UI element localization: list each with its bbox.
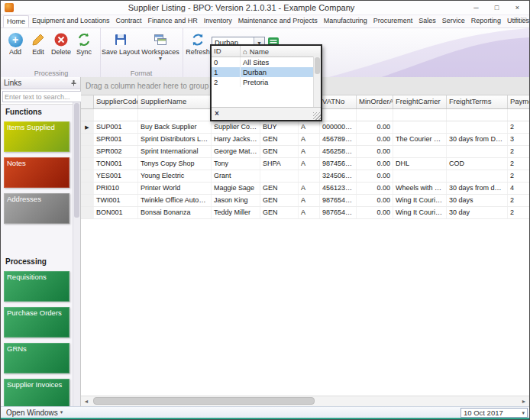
app-window: Supplier Listing - BPO: Version 2.1.0.31… bbox=[0, 0, 530, 420]
clear-selection-button[interactable]: × bbox=[215, 108, 219, 119]
cell: GEN bbox=[260, 183, 299, 194]
filter-cell[interactable] bbox=[357, 109, 393, 121]
pin-icon[interactable] bbox=[70, 79, 77, 86]
maximize-button[interactable]: □ bbox=[486, 1, 507, 15]
cell: Wing It Couriers bbox=[393, 195, 447, 206]
table-row[interactable]: BON001Bonsai BonanzaTeddy MillerGENA9876… bbox=[81, 207, 529, 219]
edit-button[interactable]: Edit bbox=[27, 31, 50, 57]
tab-sales[interactable]: Sales bbox=[415, 15, 439, 27]
tab-manufacturing[interactable]: Manufacturing bbox=[321, 15, 370, 27]
cell: 2 bbox=[508, 158, 529, 170]
column-header-freightterms[interactable]: FreightTerms bbox=[447, 95, 508, 108]
tab-equipment-and-locations[interactable]: Equipment and Locations bbox=[29, 15, 113, 27]
close-button[interactable]: × bbox=[507, 1, 528, 15]
tab-maintenance-and-projects[interactable]: Maintenance and Projects bbox=[235, 15, 321, 27]
tile-notes[interactable]: Notes bbox=[4, 157, 69, 188]
sync-button[interactable]: Sync bbox=[73, 31, 95, 57]
table-row[interactable]: PRI010Printer WorldMaggie SageGENA456123… bbox=[81, 183, 529, 195]
filter-cell[interactable] bbox=[447, 109, 508, 121]
horizontal-scrollbar[interactable]: ◄ ► bbox=[81, 396, 529, 406]
tab-inventory[interactable]: Inventory bbox=[201, 15, 235, 27]
table-row[interactable]: SPR002Sprint InternationalGeorge Matthew… bbox=[81, 146, 529, 158]
tab-finance-and-hr[interactable]: Finance and HR bbox=[145, 15, 201, 27]
save-icon bbox=[112, 31, 129, 48]
open-windows-button[interactable]: Open Windows ▾ bbox=[1, 409, 68, 417]
delete-button[interactable]: Delete bbox=[50, 31, 73, 57]
column-header-suppliername[interactable]: SupplierName bbox=[138, 95, 212, 108]
column-header-freightcarrier[interactable]: FreightCarrier bbox=[393, 95, 447, 108]
cell: 30 day bbox=[447, 207, 508, 218]
cell: 0.00 bbox=[357, 207, 393, 218]
tile-purchase-orders[interactable]: Purchase Orders bbox=[4, 307, 69, 338]
column-header-vatno[interactable]: VATNo bbox=[320, 95, 357, 108]
refresh-button[interactable]: Refresh bbox=[184, 31, 212, 57]
cell: 0000000000 bbox=[320, 121, 357, 133]
site-dropdown-rows: 0All Sites1Durban2Pretoria bbox=[212, 57, 314, 87]
scroll-right-icon[interactable]: ► bbox=[519, 396, 529, 406]
table-row[interactable]: TWI001Twinkle Office AutomationJason Kin… bbox=[81, 195, 529, 207]
row-indicator-cell bbox=[81, 183, 94, 194]
scrollbar-thumb[interactable] bbox=[93, 397, 315, 405]
sync-icon bbox=[76, 31, 92, 48]
sidebar-scrollbar-thumb[interactable] bbox=[74, 103, 79, 218]
mdi-minimize-icon[interactable]: ─ bbox=[513, 16, 518, 23]
filter-cell[interactable] bbox=[393, 109, 447, 121]
tab-contract[interactable]: Contract bbox=[113, 15, 145, 27]
cell: Tony bbox=[212, 158, 260, 170]
tile-requisitions[interactable]: Requisitions bbox=[4, 271, 69, 302]
site-option-durban[interactable]: 1Durban bbox=[212, 67, 314, 77]
delete-icon bbox=[53, 31, 69, 48]
site-dropdown-scrollbar-thumb[interactable] bbox=[315, 57, 320, 74]
cell: 3245064654 bbox=[320, 170, 357, 182]
add-button[interactable]: + Add bbox=[4, 31, 27, 57]
site-option-all-sites[interactable]: 0All Sites bbox=[212, 57, 314, 67]
workspaces-button[interactable]: Workspaces ▼ bbox=[140, 31, 181, 62]
site-option-id: 0 bbox=[212, 57, 241, 67]
minimize-button[interactable]: ─ bbox=[466, 1, 486, 15]
column-header-paymen[interactable]: Paymen bbox=[508, 95, 529, 108]
site-option-name: Durban bbox=[241, 67, 314, 77]
tile-supplier-invoices[interactable]: Supplier Invoices bbox=[4, 379, 69, 406]
save-layout-button[interactable]: Save Layout bbox=[102, 31, 140, 57]
cell: Wing It Couriers bbox=[393, 207, 447, 218]
filter-cell[interactable] bbox=[508, 109, 529, 121]
scrollbar-track[interactable] bbox=[92, 396, 519, 406]
tab-service[interactable]: Service bbox=[439, 15, 468, 27]
ribbon-group-processing: + Add Edit Delete bbox=[2, 28, 101, 79]
tile-addresses[interactable]: Addresses bbox=[4, 193, 69, 224]
filter-cell[interactable] bbox=[320, 109, 357, 121]
titlebar: Supplier Listing - BPO: Version 2.1.0.31… bbox=[1, 1, 529, 15]
links-panel-header: Links bbox=[1, 77, 80, 89]
site-dropdown-scrollbar[interactable] bbox=[313, 57, 321, 108]
tile-items-supplied[interactable]: Items Supplied bbox=[4, 121, 69, 152]
filter-cell[interactable] bbox=[94, 109, 138, 121]
site-option-pretoria[interactable]: 2Pretoria bbox=[212, 77, 314, 87]
date-picker[interactable]: 10 Oct 2017 ▾ bbox=[461, 408, 528, 418]
table-row[interactable]: YES001Young ElectricGrant32450646540.002 bbox=[81, 170, 529, 183]
site-dropdown-column-id[interactable]: ID bbox=[212, 46, 241, 57]
cell: 4 bbox=[508, 183, 529, 194]
sidebar-scrollbar[interactable] bbox=[73, 102, 80, 406]
scroll-left-icon[interactable]: ◄ bbox=[81, 396, 92, 406]
cell: 2 bbox=[508, 207, 529, 218]
tab-home[interactable]: Home bbox=[3, 15, 29, 27]
column-header-suppliercode[interactable]: SupplierCode bbox=[94, 95, 138, 108]
site-dropdown-popup: ID ⌂ Name 0All Sites1Durban2Pretoria × bbox=[210, 44, 322, 121]
resize-grip-icon[interactable] bbox=[313, 112, 321, 120]
mdi-restore-icon[interactable]: □ bbox=[522, 16, 526, 23]
table-row[interactable]: SPR001Sprint Distributors LocalHarry Jac… bbox=[81, 134, 529, 146]
cell: Twinkle Office Automation bbox=[138, 195, 212, 206]
cell: 3 bbox=[508, 134, 529, 145]
table-row[interactable]: ▶SUP001Buy Back SupplierSupplier Contact… bbox=[81, 121, 529, 134]
tab-reporting[interactable]: Reporting bbox=[468, 15, 504, 27]
cell: 2 bbox=[508, 121, 529, 133]
column-header-minorderamt[interactable]: MinOrderAmt bbox=[357, 95, 393, 108]
tab-procurement[interactable]: Procurement bbox=[370, 15, 416, 27]
site-dropdown-column-name[interactable]: ⌂ Name bbox=[241, 46, 321, 57]
cell: GEN bbox=[260, 134, 299, 145]
filter-cell[interactable] bbox=[138, 109, 212, 121]
cell: 30 days from Delivery bbox=[447, 134, 508, 145]
cell: A bbox=[299, 207, 320, 218]
tile-grns[interactable]: GRNs bbox=[4, 343, 69, 373]
table-row[interactable]: TON001Tonys Copy ShopTonySHPAA9874561321… bbox=[81, 158, 529, 170]
